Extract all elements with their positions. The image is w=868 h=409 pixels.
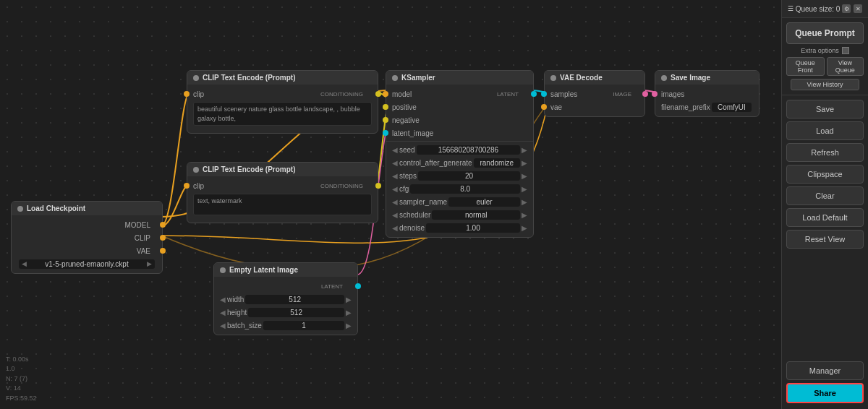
extra-options-row: Extra options	[782, 46, 868, 56]
latent-width-right[interactable]: ▶	[346, 296, 352, 303]
ksampler-model-port[interactable]	[383, 91, 388, 97]
queue-label: Queue size: 0	[793, 5, 842, 13]
ksampler-steps-right[interactable]: ▶	[522, 172, 527, 180]
ksampler-negative-port[interactable]	[383, 117, 388, 123]
ksampler-scheduler-right[interactable]: ▶	[522, 211, 527, 219]
latent-width-row[interactable]: ◀ width 512 ▶	[214, 293, 357, 306]
checkpoint-clip-label: CLIP	[17, 234, 156, 242]
vae-vae-row: vae	[545, 100, 644, 113]
checkpoint-clip-port[interactable]	[160, 235, 166, 241]
save-filename-field[interactable]: ComfyUI	[712, 103, 752, 112]
ksampler-control-row[interactable]: ◀ control_after_generate randomize ▶	[386, 156, 533, 169]
clipspace-button[interactable]: Clipspace	[786, 165, 864, 184]
ckpt-arrow-right[interactable]: ▶	[147, 260, 152, 267]
ckpt-arrow-left[interactable]: ◀	[22, 260, 27, 267]
ksampler-scheduler-row[interactable]: ◀ scheduler normal ▶	[386, 208, 533, 221]
latent-width-value: 512	[248, 296, 341, 303]
latent-height-row[interactable]: ◀ height 512 ▶	[214, 306, 357, 319]
ksampler-sampler-field[interactable]: euler	[448, 197, 520, 207]
latent-out-port[interactable]	[355, 283, 361, 289]
ksampler-seed-row[interactable]: ◀ seed 156680208700286 ▶	[386, 143, 533, 156]
latent-batch-label: batch_size	[227, 322, 262, 330]
latent-width-left[interactable]: ◀	[220, 296, 226, 303]
latent-batch-left[interactable]: ◀	[220, 322, 226, 330]
ksampler-denoise-field[interactable]: 1.00	[426, 223, 520, 233]
share-button[interactable]: Share	[786, 383, 864, 403]
clip2-clip-port[interactable]	[184, 183, 190, 189]
ksampler-denoise-right[interactable]: ▶	[522, 224, 527, 232]
latent-batch-right[interactable]: ▶	[346, 322, 352, 330]
vae-vae-port[interactable]	[541, 104, 547, 110]
view-history-button[interactable]: View History	[791, 79, 859, 90]
latent-height-field[interactable]: 512	[248, 308, 344, 317]
view-queue-button[interactable]: View Queue	[827, 57, 864, 76]
node-ksampler-title: KSampler	[401, 74, 435, 82]
ksampler-steps-field[interactable]: 20	[418, 171, 520, 181]
ksampler-steps-row[interactable]: ◀ steps 20 ▶	[386, 169, 533, 182]
load-button[interactable]: Load	[786, 121, 864, 140]
ksampler-cfg-field[interactable]: 8.0	[410, 184, 520, 194]
node-vae-title: VAE Decode	[560, 74, 603, 82]
canvas[interactable]: CLIP Text Encode (Prompt) clip CONDITION…	[0, 0, 781, 409]
manager-button[interactable]: Manager	[786, 361, 864, 380]
ksampler-denoise-row[interactable]: ◀ denoise 1.00 ▶	[386, 221, 533, 234]
ksampler-cfg-left[interactable]: ◀	[392, 185, 398, 193]
clip2-out-port[interactable]	[375, 183, 381, 189]
ksampler-cfg-row[interactable]: ◀ cfg 8.0 ▶	[386, 182, 533, 195]
load-default-button[interactable]: Load Default	[786, 208, 864, 227]
save-filename-row[interactable]: filename_prefix ComfyUI	[655, 100, 759, 113]
clip1-clip-port[interactable]	[184, 91, 190, 97]
ksampler-seed-right[interactable]: ▶	[522, 146, 527, 154]
ksampler-sampler-row[interactable]: ◀ sampler_name euler ▶	[386, 195, 533, 208]
queue-settings-icon[interactable]: ⚙	[842, 4, 851, 13]
ksampler-cfg-label: cfg	[399, 185, 409, 193]
latent-batch-row[interactable]: ◀ batch_size 1 ▶	[214, 319, 357, 332]
refresh-button[interactable]: Refresh	[786, 143, 864, 162]
reset-view-button[interactable]: Reset View	[786, 230, 864, 249]
vae-image-port[interactable]	[642, 91, 648, 97]
queue-prompt-button[interactable]: Queue Prompt	[786, 22, 864, 44]
save-filename-value: ComfyUI	[715, 103, 749, 111]
clip1-text[interactable]: beautiful scenery nature glass bottle la…	[193, 102, 372, 126]
node-clip1-dot	[193, 75, 199, 81]
queue-front-button[interactable]: Queue Front	[786, 57, 825, 76]
checkpoint-model-port[interactable]	[160, 222, 166, 228]
ksampler-steps-value: 20	[421, 172, 517, 180]
ksampler-seed-field[interactable]: 156680208700286	[417, 145, 520, 155]
checkpoint-clip-row: CLIP	[12, 231, 162, 244]
ksampler-scheduler-field[interactable]: normal	[432, 210, 520, 220]
latent-batch-field[interactable]: 1	[263, 321, 344, 330]
vae-samples-port[interactable]	[541, 91, 547, 97]
checkpoint-vae-port[interactable]	[160, 248, 166, 254]
ksampler-seed-left[interactable]: ◀	[392, 146, 398, 154]
save-button[interactable]: Save	[786, 100, 864, 119]
latent-height-right[interactable]: ▶	[346, 309, 352, 317]
ksampler-sampler-left[interactable]: ◀	[392, 198, 398, 206]
ksampler-control-field[interactable]: randomize	[474, 158, 520, 168]
latent-width-field[interactable]: 512	[245, 295, 344, 304]
node-vae-header: VAE Decode	[545, 71, 644, 85]
right-panel: ☰ Queue size: 0 ⚙ ✕ Queue Prompt Extra o…	[781, 0, 868, 409]
latent-height-left[interactable]: ◀	[220, 309, 226, 317]
checkpoint-ckpt-field[interactable]: ◀ v1-5-pruned-emaonly.ckpt ▶	[19, 259, 155, 269]
checkpoint-vae-label: VAE	[17, 247, 156, 255]
ksampler-control-right[interactable]: ▶	[522, 159, 527, 167]
queue-close-icon[interactable]: ✕	[854, 4, 862, 13]
ksampler-cfg-right[interactable]: ▶	[522, 185, 527, 193]
clip2-text[interactable]: text, watermark	[193, 194, 372, 215]
save-images-port[interactable]	[652, 91, 658, 97]
ksampler-steps-left[interactable]: ◀	[392, 172, 398, 180]
extra-options-checkbox[interactable]	[842, 47, 849, 54]
node-latent-dot	[220, 267, 226, 273]
clear-button[interactable]: Clear	[786, 186, 864, 205]
ksampler-sampler-right[interactable]: ▶	[522, 198, 527, 206]
ksampler-positive-port[interactable]	[383, 104, 388, 110]
queue-header: ☰ Queue size: 0 ⚙ ✕	[782, 0, 868, 18]
ksampler-latent-image-port[interactable]	[383, 130, 388, 136]
ksampler-scheduler-left[interactable]: ◀	[392, 211, 398, 219]
checkpoint-ckpt-row[interactable]: ◀ v1-5-pruned-emaonly.ckpt ▶	[12, 257, 162, 270]
ksampler-control-left[interactable]: ◀	[392, 159, 398, 167]
clip1-out-port[interactable]	[375, 91, 381, 97]
ksampler-latent-port[interactable]	[531, 91, 537, 97]
ksampler-denoise-left[interactable]: ◀	[392, 224, 398, 232]
